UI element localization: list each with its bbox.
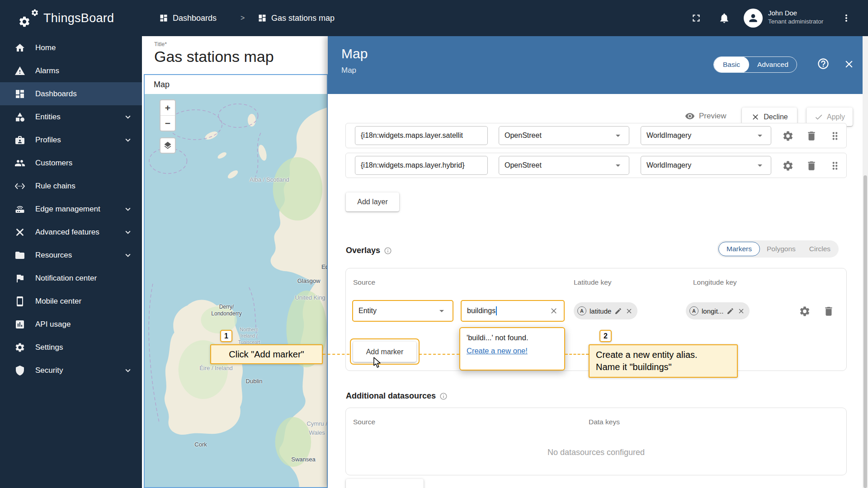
entity-alias-input[interactable]: buildings — [461, 300, 565, 322]
map-label-derry: Derry/ — [219, 304, 234, 310]
map-widget[interactable]: Map — [144, 74, 328, 488]
edit-pencil-icon[interactable] — [614, 307, 622, 315]
sidebar-item-profiles[interactable]: Profiles — [0, 128, 142, 151]
longitude-key-label: longit... — [702, 307, 723, 315]
kebab-menu-icon[interactable] — [841, 13, 852, 23]
remove-key-icon[interactable] — [737, 307, 745, 315]
sidebar-item-entities[interactable]: Entities — [0, 105, 142, 128]
breadcrumb-current-dashboard[interactable]: Gas stations map — [258, 0, 335, 36]
zoom-out-button[interactable]: − — [160, 116, 175, 131]
sidebar-item-mobile-center[interactable]: Mobile center — [0, 290, 142, 313]
help-icon[interactable] — [817, 57, 830, 70]
create-new-alias-link[interactable]: Create a new one! — [467, 347, 558, 355]
layer-settings-gear-icon[interactable] — [782, 130, 794, 142]
column-header-source: Source — [353, 418, 375, 426]
layers-icon — [163, 141, 172, 150]
brand-title: ThingsBoard — [43, 0, 114, 36]
sidebar-item-edge-management[interactable]: Edge management — [0, 197, 142, 221]
add-layer-button[interactable]: Add layer — [346, 192, 399, 211]
panel-scrollbar-thumb[interactable] — [863, 175, 867, 488]
sidebar-item-settings[interactable]: Settings — [0, 336, 142, 359]
map-canvas[interactable]: Alba / Scotland Glasgow Ed United King D… — [145, 94, 327, 487]
user-name: John Doe — [768, 9, 823, 17]
layer-settings-gear-icon[interactable] — [782, 160, 794, 172]
marker-settings-gear-icon[interactable] — [799, 305, 811, 317]
sidebar-item-resources[interactable]: Resources — [0, 244, 142, 267]
marker-source-type-select[interactable]: Entity — [352, 300, 453, 322]
tab-basic[interactable]: Basic — [714, 56, 749, 73]
tab-circles[interactable]: Circles — [802, 242, 837, 256]
sidebar-item-api-usage[interactable]: API usage — [0, 313, 142, 336]
chevron-down-icon — [123, 112, 133, 122]
map-layers-button[interactable] — [160, 137, 176, 154]
attribute-type-icon: A — [689, 306, 698, 315]
thingsboard-app: ThingsBoard Dashboards > Gas stations ma… — [0, 0, 868, 488]
preview-button[interactable]: Preview — [685, 111, 726, 121]
settings-panel-title: Map — [341, 46, 368, 61]
profiles-icon — [14, 135, 25, 145]
remove-key-icon[interactable] — [625, 307, 633, 315]
layer-map-value: WorldImagery — [646, 131, 691, 140]
layer-label-value: {i18n:widgets.maps.layer.satellit — [361, 131, 463, 140]
sidebar-item-label: Entities — [35, 113, 61, 122]
sidebar-item-notification-center[interactable]: Notification center — [0, 267, 142, 290]
fullscreen-icon[interactable] — [690, 12, 702, 24]
add-datasource-button-partial[interactable] — [346, 479, 424, 488]
close-icon[interactable] — [843, 58, 855, 70]
info-icon[interactable] — [439, 392, 448, 400]
breadcrumb-label: Dashboards — [173, 14, 217, 23]
breadcrumb-label: Gas stations map — [271, 14, 335, 23]
sidebar-item-alarms[interactable]: Alarms — [0, 59, 142, 82]
tab-polygons[interactable]: Polygons — [760, 242, 802, 256]
layer-label-input[interactable]: {i18n:widgets.maps.layer.hybrid} — [355, 156, 488, 175]
layer-drag-handle-icon[interactable] — [829, 160, 841, 172]
marker-delete-trash-icon[interactable] — [823, 305, 835, 317]
layer-map-select[interactable]: WorldImagery — [641, 126, 771, 145]
zoom-in-button[interactable]: + — [160, 100, 175, 115]
preview-label: Preview — [699, 112, 726, 121]
add-marker-button[interactable]: Add marker — [353, 342, 416, 362]
sidebar-item-label: Alarms — [35, 66, 59, 75]
alias-input-value: buildings — [467, 307, 495, 315]
sidebar-item-home[interactable]: Home — [0, 36, 142, 59]
sidebar-item-advanced-features[interactable]: Advanced features — [0, 221, 142, 244]
layer-delete-trash-icon[interactable] — [806, 130, 817, 142]
breadcrumb-dashboards[interactable]: Dashboards — [159, 0, 217, 36]
notifications-bell-icon[interactable] — [718, 12, 730, 24]
latitude-key-chip[interactable]: A latitude — [574, 302, 637, 319]
info-icon[interactable] — [384, 247, 392, 255]
map-label-eire-ireland: Éire / Ireland — [199, 365, 233, 371]
edge-router-icon — [14, 204, 25, 215]
layer-provider-select[interactable]: OpenStreet — [499, 156, 629, 175]
sidebar-item-label: Resources — [35, 251, 72, 260]
chevron-down-icon — [123, 135, 133, 145]
sidebar-item-security[interactable]: Security — [0, 359, 142, 382]
tab-markers[interactable]: Markers — [718, 242, 760, 256]
sidebar-item-customers[interactable]: Customers — [0, 151, 142, 174]
avatar[interactable] — [744, 9, 763, 28]
layer-provider-select[interactable]: OpenStreet — [499, 126, 629, 145]
eye-icon — [685, 111, 695, 121]
settings-panel-content: Preview Decline Apply {i18n:widgets.maps… — [328, 94, 868, 488]
layer-map-select[interactable]: WorldImagery — [641, 156, 771, 175]
sidebar-item-rule-chains[interactable]: Rule chains — [0, 174, 142, 197]
edit-pencil-icon[interactable] — [726, 307, 734, 315]
tutorial-step-2-callout: Create a new entity alias. Name it "buil… — [589, 344, 738, 378]
clear-input-icon[interactable] — [549, 306, 558, 315]
tab-advanced[interactable]: Advanced — [749, 56, 797, 73]
overlays-section-title: Overlays — [346, 246, 392, 255]
layer-delete-trash-icon[interactable] — [806, 160, 817, 172]
tutorial-step-2-line1: Create a new entity alias. — [596, 349, 731, 361]
tutorial-connector-line — [565, 354, 589, 355]
sidebar-item-label: Mobile center — [35, 297, 81, 306]
sidebar-item-label: Profiles — [35, 136, 61, 145]
layer-drag-handle-icon[interactable] — [829, 130, 841, 142]
sidebar-item-dashboards[interactable]: Dashboards — [0, 82, 142, 105]
longitude-key-chip[interactable]: A longit... — [686, 302, 750, 319]
layer-label-input[interactable]: {i18n:widgets.maps.layer.satellit — [355, 126, 488, 145]
home-icon — [14, 42, 25, 53]
smartphone-icon — [14, 296, 25, 307]
chevron-down-icon — [123, 250, 133, 260]
dashboard-title-input[interactable]: Gas stations map — [154, 48, 274, 66]
add-layer-label: Add layer — [357, 198, 388, 206]
